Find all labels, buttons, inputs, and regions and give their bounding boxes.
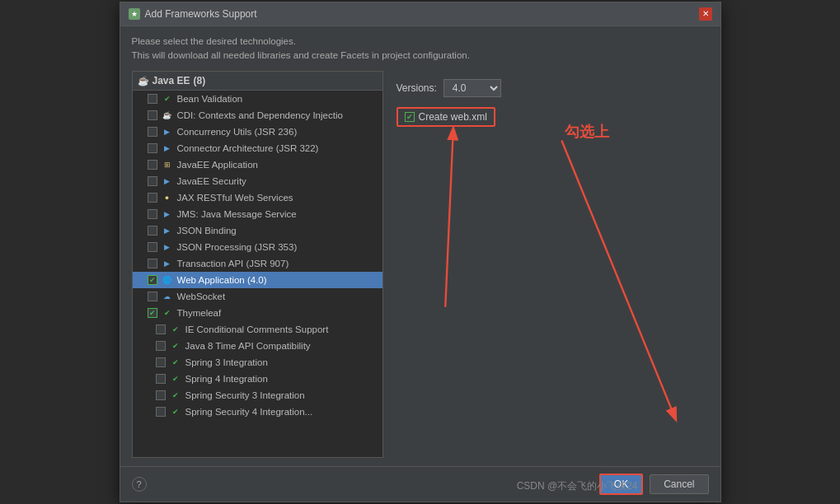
item-icon: ☁ [162,291,173,302]
list-item-spring-security3[interactable]: ✔ Spring Security 3 Integration [133,387,382,404]
checkbox-java8-time[interactable] [156,341,166,351]
item-icon: ▶ [162,258,173,269]
item-label: Web Application (4.0) [177,275,267,285]
item-label: WebSocket [177,292,226,301]
annotation-text: 勾选上 [565,122,609,142]
group-count: (8) [194,75,206,86]
checkbox-javaee-security[interactable] [148,176,157,186]
checkbox-jms[interactable] [148,209,157,219]
dialog-title: Add Frameworks Support [145,8,257,20]
add-frameworks-dialog: ★ Add Frameworks Support ✕ Please select… [120,2,721,503]
item-label: CDI: Contexts and Dependency Injectio [177,110,343,120]
checkbox-ie-conditional[interactable] [156,324,166,334]
title-bar: ★ Add Frameworks Support ✕ [120,2,720,26]
close-button[interactable]: ✕ [699,7,712,21]
item-icon: ✔ [162,93,173,105]
checkbox-json-processing[interactable] [148,242,157,252]
list-item[interactable]: ☁ WebSocket [133,288,382,305]
item-icon: ▶ [162,208,173,220]
annotation-arrows [383,71,709,458]
checkbox-websocket[interactable] [148,292,157,301]
checkbox-json-binding[interactable] [148,226,157,236]
right-panel: Versions: 4.0 3.1 3.0 ✔ Create web.xml 勾… [383,71,709,458]
list-item[interactable]: ✔ Bean Validation [133,91,382,107]
left-panel: ☕ Java EE (8) ✔ Bean Validation ☕ CDI: C… [132,71,383,458]
checkbox-connector[interactable] [148,143,157,153]
list-item-spring4[interactable]: ✔ Spring 4 Integration [133,371,382,387]
item-label: Concurrency Utils (JSR 236) [177,127,298,137]
item-icon: ✔ [170,390,181,401]
item-label: JavaEE Security [177,176,246,186]
cancel-button[interactable]: Cancel [650,474,708,494]
item-label: JMS: Java Message Service [177,209,297,219]
list-item-web-application[interactable]: ✔ 🌐 Web Application (4.0) [133,272,382,288]
checkbox-transaction[interactable] [148,259,157,268]
item-label: JavaEE Application [177,160,258,170]
checkbox-thymeleaf[interactable]: ✔ [148,308,157,318]
list-item-java8-time[interactable]: ✔ Java 8 Time API Compatibility [133,338,382,354]
item-icon: ✔ [170,340,181,352]
list-item-thymeleaf[interactable]: ✔ ✔ Thymeleaf [133,305,382,321]
item-icon: ✔ [170,406,181,418]
item-icon: ▶ [162,241,173,253]
checkbox-spring4[interactable] [156,374,166,384]
list-item[interactable]: ☕ CDI: Contexts and Dependency Injectio [133,107,382,124]
item-icon: ✔ [162,307,173,319]
item-label: Spring Security 3 Integration [185,390,305,400]
checkbox-concurrency[interactable] [148,127,157,137]
item-icon: ▶ [162,142,173,154]
item-icon: ● [162,192,173,203]
item-icon: ✔ [170,373,181,385]
list-item[interactable]: ▶ Concurrency Utils (JSR 236) [133,124,382,140]
checkbox-web-app[interactable]: ✔ [148,275,157,285]
list-item[interactable]: ▶ Connector Architecture (JSR 322) [133,140,382,156]
group-label: Java EE [153,75,190,86]
checkbox-spring3[interactable] [156,357,166,367]
svg-line-2 [561,141,673,416]
item-label: Bean Validation [177,94,243,104]
group-header: ☕ Java EE (8) [133,72,382,91]
item-icon: ☕ [162,110,173,121]
item-label: Spring Security 4 Integration... [185,407,313,417]
checkbox-jax[interactable] [148,193,157,203]
list-item[interactable]: ▶ JavaEE Security [133,173,382,189]
list-item[interactable]: ▶ JMS: Java Message Service [133,206,382,222]
list-item[interactable]: ⊞ JavaEE Application [133,156,382,173]
item-label: Transaction API (JSR 907) [177,259,289,268]
versions-select[interactable]: 4.0 3.1 3.0 [443,79,501,97]
dialog-footer: ? CSDN @不会飞的小飞侠24 OK Cancel [120,466,720,502]
checkbox-bean-validation[interactable] [148,94,157,104]
checkbox-create-web-xml[interactable]: ✔ [405,112,415,122]
help-button[interactable]: ? [132,477,147,492]
versions-label: Versions: [397,82,437,94]
list-item[interactable]: ▶ JSON Binding [133,222,382,239]
list-item-spring3[interactable]: ✔ Spring 3 Integration [133,354,382,371]
item-label: Connector Architecture (JSR 322) [177,143,319,153]
item-icon: ✔ [170,357,181,368]
list-item-spring-security4[interactable]: ✔ Spring Security 4 Integration... [133,404,382,420]
item-label: Spring 3 Integration [185,357,268,367]
watermark: CSDN @不会飞的小飞侠24 [517,479,638,493]
item-label: JAX RESTful Web Services [177,193,293,203]
main-content: ☕ Java EE (8) ✔ Bean Validation ☕ CDI: C… [132,71,709,458]
list-item[interactable]: ▶ Transaction API (JSR 907) [133,255,382,272]
checkbox-spring-security3[interactable] [156,390,166,400]
checkbox-javaee-app[interactable] [148,160,157,170]
item-icon: 🌐 [162,274,173,286]
checkbox-spring-security4[interactable] [156,407,166,417]
item-label: Spring 4 Integration [185,374,268,384]
list-item-ie-conditional[interactable]: ✔ IE Conditional Comments Support [133,321,382,338]
item-label: Java 8 Time API Compatibility [185,341,311,351]
item-icon: ⊞ [162,159,173,170]
item-label: JSON Binding [177,226,237,236]
description: Please select the desired technologies. … [132,35,709,63]
list-item[interactable]: ▶ JSON Processing (JSR 353) [133,239,382,255]
item-label: Thymeleaf [177,308,222,318]
create-web-xml-label: Create web.xml [419,111,487,123]
list-item[interactable]: ● JAX RESTful Web Services [133,189,382,206]
checkbox-cdi[interactable] [148,110,157,120]
item-icon: ▶ [162,175,173,187]
create-web-xml-container: ✔ Create web.xml [397,107,495,127]
item-icon: ✔ [170,324,181,335]
item-icon: ▶ [162,126,173,138]
